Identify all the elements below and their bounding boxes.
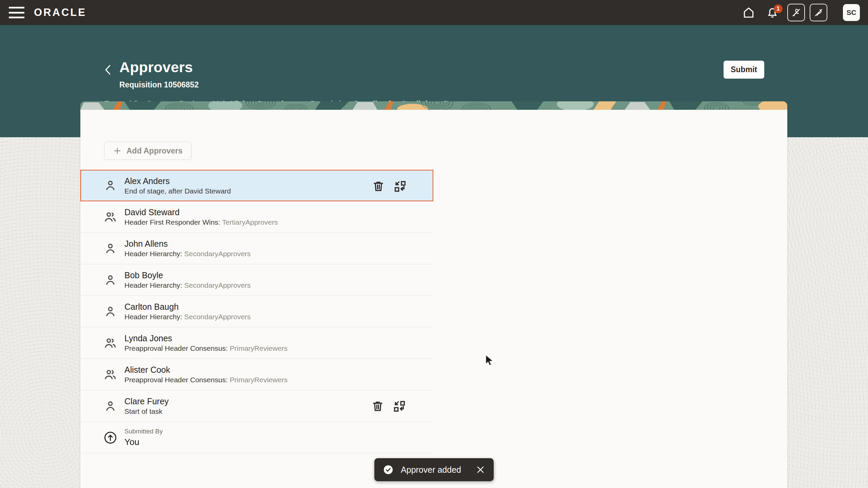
approver-row[interactable]: Lynda JonesPreapproval Header Consensus:… — [80, 327, 433, 359]
approver-name: John Allens — [124, 239, 251, 249]
hamburger-menu-icon[interactable] — [9, 7, 24, 18]
reorder-approver-button[interactable] — [393, 400, 406, 413]
requisition-subtitle: Requisition 10506852 — [119, 80, 199, 89]
mic-toggle-button[interactable] — [810, 4, 827, 21]
page-title: Approvers — [119, 59, 193, 76]
home-button[interactable] — [740, 4, 757, 21]
approver-detail: End of stage, after David Steward — [124, 187, 231, 195]
oracle-logo: ORACLE — [34, 6, 86, 19]
add-approvers-label: Add Approvers — [126, 146, 182, 156]
add-approvers-button[interactable]: Add Approvers — [104, 142, 192, 160]
approver-detail: Header Hierarchy: SecondaryApprovers — [124, 250, 251, 258]
delete-approver-button[interactable] — [371, 400, 384, 413]
reorder-icon — [394, 180, 406, 192]
toast-close-button[interactable] — [476, 465, 485, 474]
approver-row[interactable]: Clare FureyStart of task — [80, 390, 433, 422]
approvers-card: Add Approvers Alex AndersEnd of stage, a… — [80, 101, 787, 488]
person-slash-icon — [791, 7, 801, 18]
person-icon — [104, 274, 117, 286]
person-toggle-button[interactable] — [787, 4, 805, 21]
submit-button[interactable]: Submit — [724, 61, 764, 79]
approvers-list: Alex AndersEnd of stage, after David Ste… — [80, 170, 433, 453]
approver-detail: Preapproval Header Consensus: PrimaryRev… — [124, 376, 288, 384]
notifications-button[interactable]: 1 — [764, 4, 781, 21]
people-icon — [104, 368, 117, 381]
approver-row[interactable]: David StewardHeader First Responder Wins… — [80, 201, 433, 233]
approver-detail: Header Hierarchy: SecondaryApprovers — [124, 313, 251, 321]
toast-message: Approver added — [401, 465, 461, 475]
person-icon — [104, 400, 117, 412]
approver-row[interactable]: Bob BoyleHeader Hierarchy: SecondaryAppr… — [80, 264, 433, 296]
plus-icon — [113, 147, 121, 155]
approver-name: Lynda Jones — [124, 333, 288, 343]
toast-notification: Approver added — [374, 458, 494, 481]
approver-name: Alex Anders — [124, 176, 231, 186]
submitted-by-label: Submitted By — [124, 428, 163, 435]
people-icon — [104, 211, 117, 223]
approver-detail: Header Hierarchy: SecondaryApprovers — [124, 281, 251, 289]
top-app-bar: ORACLE 1 — [0, 0, 868, 25]
mic-slash-icon — [813, 7, 824, 18]
approver-detail: Header First Responder Wins: TertiaryApp… — [124, 218, 278, 226]
approver-name: Carlton Baugh — [124, 302, 251, 312]
approver-name: David Steward — [124, 207, 278, 217]
home-icon — [743, 6, 755, 19]
people-icon — [104, 337, 117, 349]
person-icon — [104, 305, 117, 318]
delete-approver-button[interactable] — [372, 180, 385, 193]
approver-name: Alister Cook — [124, 365, 288, 375]
person-icon — [104, 179, 117, 192]
submitted-by-value: You — [124, 437, 163, 447]
approver-row[interactable]: Carlton BaughHeader Hierarchy: Secondary… — [80, 296, 433, 327]
back-chevron-icon — [103, 64, 112, 75]
user-avatar[interactable]: SC — [843, 4, 860, 21]
person-icon — [104, 242, 117, 255]
check-circle-icon — [383, 465, 393, 475]
submitted-by-row: Submitted ByYou — [80, 422, 433, 453]
reorder-approver-button[interactable] — [394, 180, 407, 193]
trash-icon — [373, 181, 384, 192]
approver-row[interactable]: John AllensHeader Hierarchy: SecondaryAp… — [80, 233, 433, 264]
approver-name: Clare Furey — [124, 396, 169, 406]
approver-row[interactable]: Alister CookPreapproval Header Consensus… — [80, 359, 433, 390]
approver-detail: Start of task — [124, 407, 169, 415]
submitted-arrow-icon — [104, 431, 117, 444]
trash-icon — [372, 401, 383, 412]
approver-row[interactable]: Alex AndersEnd of stage, after David Ste… — [80, 170, 433, 201]
back-button[interactable] — [102, 63, 113, 77]
approver-name: Bob Boyle — [124, 270, 251, 280]
reorder-icon — [393, 400, 406, 412]
mouse-cursor — [484, 354, 494, 365]
approver-detail: Preapproval Header Consensus: PrimaryRev… — [124, 344, 288, 352]
close-icon — [476, 465, 485, 474]
notification-count-badge: 1 — [774, 4, 783, 13]
decorative-banner — [80, 101, 787, 110]
